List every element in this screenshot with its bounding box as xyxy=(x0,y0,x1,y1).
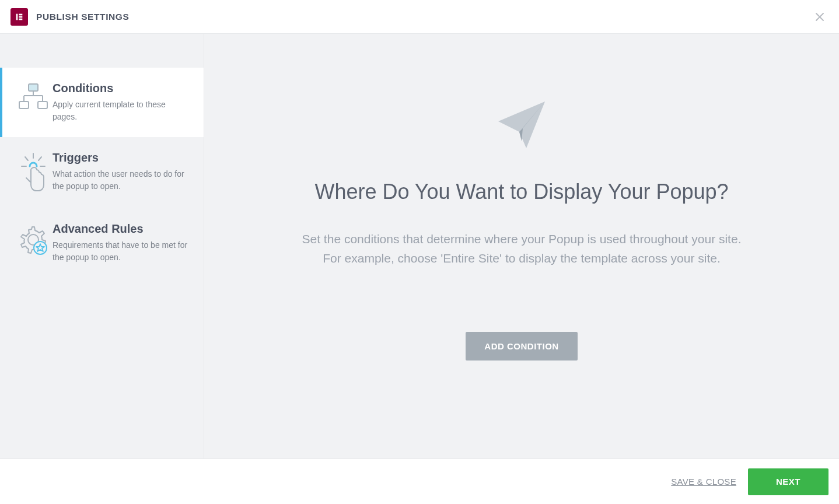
main-desc-line2: For example, choose 'Entire Site' to dis… xyxy=(323,251,721,265)
svg-rect-6 xyxy=(29,84,38,91)
next-button[interactable]: NEXT xyxy=(748,468,828,495)
sidebar-item-desc: What action the user needs to do for the… xyxy=(53,168,188,192)
footer-bar: SAVE & CLOSE NEXT xyxy=(0,459,839,504)
gear-star-icon xyxy=(14,222,53,256)
sitemap-icon xyxy=(14,82,53,112)
page-title: PUBLISH SETTINGS xyxy=(36,12,129,22)
sidebar-item-triggers[interactable]: Triggers What action the user needs to d… xyxy=(0,137,204,208)
main-content: Where Do You Want to Display Your Popup?… xyxy=(204,34,839,459)
sidebar-item-advanced-rules[interactable]: Advanced Rules Requirements that have to… xyxy=(0,208,204,278)
main-heading: Where Do You Want to Display Your Popup? xyxy=(314,180,728,204)
sidebar-item-desc: Requirements that have to be met for the… xyxy=(53,239,188,264)
click-icon xyxy=(14,151,53,194)
header-bar: PUBLISH SETTINGS xyxy=(0,0,839,34)
main-desc-line1: Set the conditions that determine where … xyxy=(302,232,742,246)
sidebar-item-title: Advanced Rules xyxy=(53,222,188,236)
save-and-close-link[interactable]: SAVE & CLOSE xyxy=(671,477,736,487)
sidebar-item-conditions[interactable]: Conditions Apply current template to the… xyxy=(0,68,204,137)
svg-rect-8 xyxy=(38,102,47,108)
svg-line-15 xyxy=(39,157,41,160)
sidebar: Conditions Apply current template to the… xyxy=(0,34,204,459)
svg-rect-2 xyxy=(19,16,22,18)
sidebar-item-title: Triggers xyxy=(53,151,188,164)
svg-rect-0 xyxy=(16,13,18,20)
svg-rect-1 xyxy=(19,13,22,15)
sidebar-item-title: Conditions xyxy=(53,82,188,95)
add-condition-button[interactable]: ADD CONDITION xyxy=(466,332,577,360)
svg-line-14 xyxy=(25,157,28,160)
close-button[interactable] xyxy=(811,8,828,26)
paper-plane-icon xyxy=(495,98,548,152)
main-description: Set the conditions that determine where … xyxy=(302,230,742,268)
elementor-logo xyxy=(11,8,28,26)
sidebar-item-desc: Apply current template to these pages. xyxy=(53,99,188,123)
close-icon xyxy=(814,12,825,22)
svg-rect-7 xyxy=(19,102,29,108)
svg-rect-3 xyxy=(19,18,22,20)
